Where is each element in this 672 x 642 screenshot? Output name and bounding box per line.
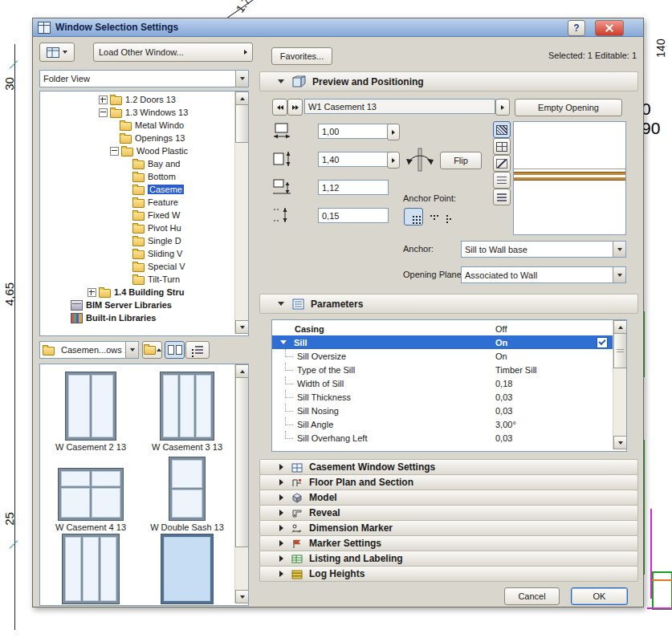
- flip-button[interactable]: Flip: [440, 152, 482, 169]
- width-input[interactable]: 1,00: [318, 124, 389, 139]
- item-menu-button[interactable]: [495, 99, 510, 116]
- opening-plane-dropdown[interactable]: Associated to Wall: [461, 266, 626, 283]
- thumb-w-casement-4[interactable]: W Casement 4 13: [43, 457, 138, 532]
- tree-item-bay[interactable]: Bay and: [40, 157, 248, 170]
- dropdown-arrow-button[interactable]: [125, 342, 138, 358]
- ok-button[interactable]: OK: [571, 587, 628, 605]
- tree-item-sliding[interactable]: Sliding V: [40, 247, 248, 260]
- expand-plus-icon[interactable]: [99, 95, 108, 104]
- scroll-down-button[interactable]: [235, 320, 249, 334]
- preview-mode-section-button[interactable]: [493, 155, 511, 172]
- thumb-w-casement-2[interactable]: W Casement 2 13: [43, 372, 138, 452]
- tree-item-casement[interactable]: Caseme: [40, 183, 248, 196]
- tree-item-building-structures[interactable]: 1.4 Building Stru: [40, 286, 248, 299]
- scroll-down-button[interactable]: [613, 436, 627, 449]
- param-row-sill-type[interactable]: Type of the SillTimber Sill: [272, 363, 626, 376]
- next-item-button[interactable]: [287, 99, 303, 116]
- tree-item-special[interactable]: Special V: [40, 260, 248, 273]
- parameters-scrollbar[interactable]: [613, 320, 626, 449]
- tree-item-single[interactable]: Single D: [40, 234, 248, 247]
- thumb-w-triple-sash[interactable]: W Triple Sash 13: [43, 534, 138, 606]
- current-folder-dropdown[interactable]: Casemen...ows 13: [39, 341, 139, 359]
- collapse-minus-icon[interactable]: [110, 147, 119, 156]
- section-reveal[interactable]: Reveal: [259, 505, 638, 521]
- preview-mode-grid-button[interactable]: [493, 138, 511, 155]
- scroll-up-button[interactable]: [613, 320, 627, 334]
- height-options-button[interactable]: [387, 152, 400, 169]
- section-marker-settings[interactable]: Marker Settings: [259, 535, 638, 551]
- preview-mode-3d-button[interactable]: [493, 172, 511, 189]
- section-model[interactable]: Model: [259, 490, 638, 506]
- folder-up-button[interactable]: [142, 341, 162, 359]
- help-button[interactable]: ?: [568, 20, 585, 36]
- section-dimension-marker[interactable]: Dimension Marker: [259, 520, 638, 536]
- preview-mode-hatch-button[interactable]: [493, 121, 511, 138]
- param-row-sill-nosing[interactable]: Sill Nosing0,03: [272, 404, 626, 417]
- tree-item-fixed[interactable]: Fixed W: [40, 209, 248, 221]
- folder-view-dropdown[interactable]: Folder View: [39, 70, 249, 87]
- tree-item-built-in-libraries[interactable]: Built-in Libraries: [40, 311, 248, 324]
- scrollbar-thumb[interactable]: [235, 104, 249, 143]
- section-floor-plan-and-section[interactable]: Floor Plan and Section: [259, 474, 638, 490]
- tree-item-openings[interactable]: Openings 13: [40, 132, 248, 144]
- scroll-up-button[interactable]: [235, 364, 249, 378]
- scrollbar-thumb[interactable]: [613, 333, 627, 368]
- section-listing-and-labeling[interactable]: Listing and Labeling: [259, 551, 638, 567]
- anchor-point-button-1[interactable]: [404, 208, 423, 226]
- param-row-sill-width[interactable]: Width of Sill0,18: [272, 376, 626, 390]
- param-row-sill-thickness[interactable]: Sill Thickness0,03: [272, 390, 626, 404]
- tree-item-bottom[interactable]: Bottom: [40, 170, 248, 183]
- section-preview-positioning[interactable]: Preview and Positioning: [259, 71, 638, 91]
- collapse-minus-icon[interactable]: [99, 108, 108, 117]
- anchor-dropdown[interactable]: Sill to Wall base: [461, 241, 626, 258]
- tree-scrollbar[interactable]: [234, 91, 248, 334]
- section-casement-window-settings[interactable]: Casement Window Settings: [259, 459, 638, 475]
- tree-item-bim-server-libraries[interactable]: BIM Server Libraries: [40, 299, 248, 311]
- favorites-button[interactable]: Favorites...: [271, 47, 332, 65]
- param-row-casing[interactable]: CasingOff: [272, 322, 626, 335]
- scrollbar-thumb[interactable]: [235, 377, 249, 547]
- thumb-w-casement-3[interactable]: W Casement 3 13: [140, 372, 234, 452]
- thumb-w1-casement-selected[interactable]: W1 Casement 13: [140, 534, 234, 606]
- height-input[interactable]: 1,40: [318, 152, 389, 167]
- title-bar[interactable]: Window Selection Settings ?: [33, 18, 643, 37]
- param-row-sill-overhang-left[interactable]: Sill Overhang Left0,03: [272, 431, 626, 445]
- param-row-sill-oversize[interactable]: Sill OversizeOn: [272, 349, 626, 363]
- load-other-window-button[interactable]: Load Other Window...: [93, 43, 253, 62]
- thumb-w-double-sash[interactable]: W Double Sash 13: [140, 457, 234, 532]
- width-options-button[interactable]: [387, 124, 400, 140]
- tree-item-tilt-turn[interactable]: Tilt-Turn: [40, 273, 248, 286]
- thumbnails-scrollbar[interactable]: [234, 364, 248, 603]
- list-view-button[interactable]: [185, 341, 210, 359]
- dropdown-arrow-button[interactable]: [613, 242, 625, 257]
- dropdown-arrow-button[interactable]: [235, 71, 248, 87]
- header-height-input[interactable]: 0,15: [318, 208, 389, 223]
- tree-item-feature[interactable]: Feature: [40, 196, 248, 209]
- close-button[interactable]: [595, 20, 624, 36]
- expand-plus-icon[interactable]: [88, 288, 96, 297]
- param-row-sill-angle[interactable]: Sill Angle3,00°: [272, 417, 626, 431]
- dropdown-arrow-button[interactable]: [613, 267, 625, 282]
- tree-item-pivot[interactable]: Pivot Hu: [40, 221, 248, 234]
- anchor-point-button-3[interactable]: [441, 209, 454, 222]
- tree-item-windows[interactable]: 1.3 Windows 13: [40, 106, 248, 119]
- section-log-heights[interactable]: Log Heights: [259, 566, 638, 582]
- thumbnail-view-button[interactable]: [165, 341, 185, 359]
- tree-item-wood-plastic[interactable]: Wood Plastic: [40, 144, 248, 157]
- sill-height-input[interactable]: 1,12: [318, 180, 389, 195]
- param-row-sill[interactable]: SillOn: [272, 335, 626, 349]
- cancel-button[interactable]: Cancel: [504, 587, 560, 605]
- tree-item-doors[interactable]: 1.2 Doors 13: [40, 93, 248, 106]
- preview-mode-list-button[interactable]: [493, 189, 511, 205]
- previous-item-button[interactable]: [272, 99, 287, 116]
- scroll-up-button[interactable]: [235, 91, 249, 105]
- tree-item-metal-windows[interactable]: Metal Windo: [40, 119, 248, 132]
- library-view-split-button[interactable]: [39, 43, 75, 62]
- anchor-point-button-2[interactable]: [425, 209, 438, 222]
- scroll-down-button[interactable]: [235, 590, 249, 603]
- section-parameters[interactable]: Parameters: [259, 294, 638, 314]
- sill-checkbox[interactable]: [597, 337, 608, 348]
- empty-opening-button[interactable]: Empty Opening: [515, 99, 622, 116]
- preview-box[interactable]: [513, 121, 626, 235]
- item-name-field[interactable]: W1 Casement 13: [304, 99, 495, 114]
